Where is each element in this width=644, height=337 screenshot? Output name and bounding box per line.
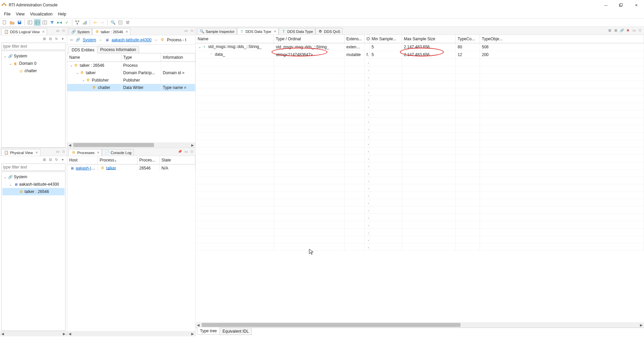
tab-qos[interactable]: ⚙ DDS QoS	[315, 28, 343, 35]
menu-visualization[interactable]: Visualization	[27, 11, 55, 17]
console-log-tab[interactable]: 📄 Console Log	[102, 149, 134, 156]
tb-qos-icon[interactable]	[124, 19, 131, 26]
tb-save-icon[interactable]	[16, 19, 23, 26]
tree-system[interactable]: ⌄🔗 System	[2, 52, 65, 60]
refresh-icon[interactable]: ↻	[54, 36, 59, 41]
close-icon[interactable]: ✕	[35, 151, 38, 154]
tb-filter-icon[interactable]	[49, 19, 55, 26]
table-row[interactable]: ⌄⚙ talkerDomain Particip...Domain id =	[67, 69, 195, 77]
tab-dds-entities[interactable]: DDS Entities	[69, 46, 97, 53]
minimize-panel-icon[interactable]: ▭	[55, 28, 60, 33]
talker-tab[interactable]: ⚙ talker : 26546 ✕	[92, 28, 131, 35]
tree-process[interactable]: ⚙ talker : 26546	[2, 188, 65, 195]
close-icon[interactable]: ✕	[97, 151, 99, 154]
tb-open-icon[interactable]	[9, 19, 15, 26]
logical-view-tab[interactable]: 📋 DDS Logical View ✕	[1, 28, 47, 35]
minimize-panel-icon[interactable]: ▭	[183, 149, 189, 154]
maximize-panel-icon[interactable]: □	[189, 149, 195, 154]
minimize-button[interactable]: —	[598, 0, 613, 10]
col-type-ordinal[interactable]: Type / Ordinal	[274, 35, 344, 43]
expand-all-icon[interactable]: ⊞	[42, 36, 47, 41]
breadcrumb-host[interactable]: aakash-latitude-e4300	[112, 38, 152, 42]
table-row[interactable]: ⌄T std_msgs::msg::dds_::String_std_msgs:…	[196, 43, 644, 51]
processes-tab[interactable]: ⚙ Processes ✕	[69, 149, 102, 156]
close-icon[interactable]: ✕	[125, 30, 128, 34]
tree-domain[interactable]: ⌄◐ Domain 0	[2, 60, 65, 67]
entities-hscroll[interactable]: ◀▶	[67, 142, 195, 148]
view-menu-icon[interactable]: ▾	[60, 36, 65, 41]
menu-view[interactable]: View	[13, 11, 27, 17]
col-extensibility[interactable]: Extens...	[344, 35, 364, 43]
maximize-panel-icon[interactable]: □	[61, 28, 66, 33]
minimize-panel-icon[interactable]: ▭	[183, 28, 189, 33]
breadcrumb-system[interactable]: System	[83, 38, 96, 42]
tb-nav-fwd-icon[interactable]: ⇨	[99, 19, 106, 26]
tb-graph2-icon[interactable]	[81, 19, 88, 26]
view-menu-icon[interactable]: ▾	[60, 157, 65, 162]
processes-hscroll[interactable]: ◀▶	[67, 331, 195, 336]
col-name[interactable]: Name	[67, 53, 121, 61]
tab-data-type-2[interactable]: T DDS Data Type	[279, 28, 315, 35]
menu-file[interactable]: File	[1, 11, 13, 17]
expand-all-icon[interactable]: ⊞	[42, 157, 47, 162]
table-row[interactable]: 🖥 aakash-latitu⚙ talker26546N/A	[67, 164, 195, 172]
table-row[interactable]: ⌄⚙ talker : 26546Process	[67, 61, 195, 69]
col-typeobject[interactable]: TypeObje...	[480, 35, 644, 43]
table-row[interactable]: ⚙ chatterData WriterType name =	[67, 84, 195, 91]
col-state[interactable]: State	[159, 156, 195, 164]
tb-graph1-icon[interactable]	[74, 19, 81, 26]
col-typecode[interactable]: TypeCo...	[455, 35, 480, 43]
tab-type-tree[interactable]: Type tree	[197, 328, 220, 335]
tb-nav-back-icon[interactable]: ⇦	[92, 19, 98, 26]
tab-equivalent-idl[interactable]: Equivalent IDL	[219, 328, 252, 335]
physical-view-tab[interactable]: 📋 Physical View ✕	[1, 149, 40, 156]
col-name[interactable]: Name	[196, 35, 274, 43]
menu-help[interactable]: Help	[55, 11, 69, 17]
tree-chatter[interactable]: ◎ chatter	[2, 67, 65, 75]
col-process[interactable]: Process▴	[97, 156, 137, 164]
col-pid[interactable]: Proces...	[137, 156, 159, 164]
col-type[interactable]: Type	[121, 53, 161, 61]
close-button[interactable]: ✕	[629, 0, 644, 10]
tb-layout2-icon[interactable]	[34, 19, 41, 26]
tool4-icon[interactable]: ✖	[625, 28, 631, 33]
tool2-icon[interactable]: ⊞	[613, 28, 618, 33]
col-max-sample[interactable]: Max Sample Size	[402, 35, 455, 43]
tb-connect-icon[interactable]: ▶◀	[56, 19, 63, 26]
close-icon[interactable]: ✕	[274, 30, 276, 33]
collapse-all-icon[interactable]: ⊟	[48, 36, 53, 41]
refresh-icon[interactable]: ↻	[54, 157, 59, 162]
maximize-panel-icon[interactable]: □	[637, 28, 643, 33]
maximize-panel-icon[interactable]: □	[61, 149, 66, 154]
tb-type-icon[interactable]: T	[117, 19, 124, 26]
tb-layout1-icon[interactable]	[27, 19, 33, 26]
pin-icon[interactable]: 📌	[177, 149, 183, 154]
type-table-hscroll[interactable]: ◀▶	[196, 322, 644, 328]
process-link[interactable]: talker	[106, 165, 116, 170]
system-tab[interactable]: 🔗 System	[69, 28, 92, 35]
table-row[interactable]: ⌄⚙ PublisherPublisher	[67, 77, 195, 84]
maximize-panel-icon[interactable]: □	[189, 28, 195, 33]
tree-host[interactable]: ⌄🖥 aakash-latitude-e4300	[2, 181, 65, 188]
tb-inspect-icon[interactable]: 🔍	[110, 19, 116, 26]
collapse-all-icon[interactable]: ⊟	[48, 157, 53, 162]
tool3-icon[interactable]: 🔗	[619, 28, 625, 33]
tab-data-type-1[interactable]: T DDS Data Type ✕	[237, 28, 279, 35]
physical-filter-input[interactable]	[1, 163, 66, 171]
tb-check-icon[interactable]: ✓	[64, 19, 70, 26]
col-information[interactable]: Information	[161, 53, 195, 61]
close-icon[interactable]: ✕	[42, 30, 45, 34]
tab-sample-inspector[interactable]: 🔍 Sample Inspector	[197, 28, 237, 35]
minimize-panel-icon[interactable]: ▭	[631, 28, 637, 33]
tool1-icon[interactable]: ⊞	[607, 28, 612, 33]
physical-tree-hscroll[interactable]: ◀▶	[0, 331, 67, 336]
tree-system[interactable]: ⌄🔗 System	[2, 173, 65, 181]
host-link[interactable]: aakash-latitu	[76, 166, 97, 171]
minimize-panel-icon[interactable]: ▭	[55, 149, 60, 154]
logical-filter-input[interactable]	[1, 43, 66, 50]
tb-new-icon[interactable]	[1, 19, 8, 26]
table-row[interactable]: ° data_string<2147483647>mutablef..52.14…	[196, 51, 644, 58]
col-optional[interactable]: O	[364, 35, 369, 43]
col-host[interactable]: Host	[67, 156, 97, 164]
tab-process-info[interactable]: Process Information	[97, 46, 139, 53]
